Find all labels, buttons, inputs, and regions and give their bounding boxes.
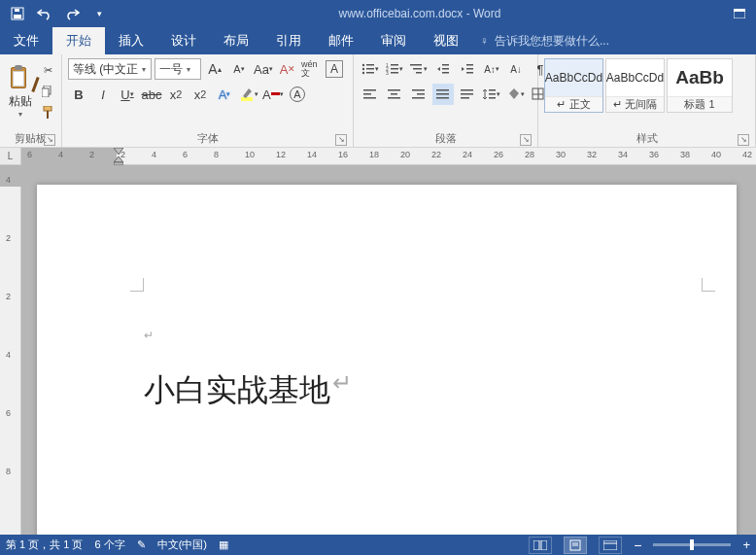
grow-font-icon[interactable]: A▴ bbox=[204, 58, 225, 80]
tell-me[interactable]: ♀ 告诉我您想要做什么... bbox=[472, 27, 617, 54]
italic-icon[interactable]: I bbox=[92, 84, 114, 105]
workspace: 422468 ↵ 小白实战基地↵ bbox=[0, 165, 756, 535]
change-case-icon[interactable]: Aa▾ bbox=[253, 58, 274, 80]
svg-rect-21 bbox=[391, 72, 398, 74]
tab-references[interactable]: 引用 bbox=[262, 27, 315, 54]
tab-file[interactable]: 文件 bbox=[0, 27, 52, 54]
clear-format-icon[interactable]: A✕ bbox=[277, 58, 298, 80]
ruler-tick: 16 bbox=[338, 150, 348, 159]
zoom-in-icon[interactable]: + bbox=[742, 538, 750, 552]
highlight-icon[interactable]: ▾ bbox=[238, 84, 259, 105]
zoom-slider[interactable] bbox=[653, 543, 731, 546]
styles-launcher-icon[interactable]: ↘ bbox=[738, 134, 749, 146]
svg-point-12 bbox=[362, 68, 364, 70]
title-bar: ▾ www.officebai.com.docx - Word bbox=[0, 0, 756, 27]
increase-indent-icon[interactable] bbox=[457, 58, 478, 80]
tab-design[interactable]: 设计 bbox=[157, 27, 210, 54]
save-icon[interactable] bbox=[6, 2, 29, 25]
paragraph-mark: ↵ bbox=[332, 369, 352, 396]
ribbon-display-icon[interactable] bbox=[723, 0, 756, 27]
strikethrough-icon[interactable]: abc bbox=[141, 84, 162, 105]
sort-icon[interactable]: A↓ bbox=[505, 58, 527, 80]
status-proofing-icon[interactable]: ✎ bbox=[137, 538, 146, 551]
ruler-tick: 18 bbox=[369, 150, 379, 159]
status-macros-icon[interactable]: ▦ bbox=[219, 538, 228, 551]
font-size-combo[interactable]: 一号▾ bbox=[155, 58, 201, 80]
ruler-tick: 20 bbox=[400, 150, 410, 159]
svg-rect-24 bbox=[416, 72, 422, 74]
undo-icon[interactable] bbox=[33, 2, 56, 25]
underline-icon[interactable]: U▾ bbox=[117, 84, 138, 105]
phonetic-guide-icon[interactable]: wén文 bbox=[301, 58, 323, 80]
line-spacing-icon[interactable]: ▾ bbox=[481, 84, 502, 105]
group-clipboard: 粘贴 ▾ ✂ 剪贴板↘ bbox=[0, 54, 62, 147]
svg-rect-4 bbox=[734, 9, 745, 12]
bullets-icon[interactable]: ▾ bbox=[360, 58, 381, 80]
ruler-tick: 6 bbox=[27, 150, 32, 159]
paragraph-launcher-icon[interactable]: ↘ bbox=[520, 134, 532, 146]
enclose-char-icon[interactable]: A bbox=[287, 84, 308, 105]
tab-insert[interactable]: 插入 bbox=[105, 27, 157, 54]
margin-corner-tr bbox=[702, 278, 715, 292]
align-center-icon[interactable] bbox=[384, 84, 405, 105]
ruler-horizontal[interactable]: L 64224681012141618202224262830323436384… bbox=[0, 148, 756, 165]
asian-layout-icon[interactable]: A↕▾ bbox=[481, 58, 502, 80]
document-text[interactable]: 小白实战基地↵ bbox=[144, 369, 352, 412]
bold-icon[interactable]: B bbox=[68, 84, 89, 105]
svg-rect-17 bbox=[391, 64, 398, 66]
cut-icon[interactable]: ✂ bbox=[39, 60, 56, 80]
font-color-icon[interactable]: A▾ bbox=[262, 84, 284, 105]
style-heading1[interactable]: AaBb 标题 1 bbox=[667, 58, 733, 113]
clipboard-launcher-icon[interactable]: ↘ bbox=[44, 134, 55, 146]
superscript-icon[interactable]: x2 bbox=[189, 84, 211, 105]
ruler-tick: 38 bbox=[680, 150, 690, 159]
view-print-icon[interactable] bbox=[564, 537, 587, 554]
view-web-icon[interactable] bbox=[599, 537, 622, 554]
zoom-out-icon[interactable]: − bbox=[634, 538, 641, 553]
status-page[interactable]: 第 1 页，共 1 页 bbox=[6, 538, 83, 552]
ruler-tick: 22 bbox=[431, 150, 441, 159]
svg-rect-34 bbox=[388, 89, 400, 91]
multilevel-icon[interactable]: ▾ bbox=[408, 58, 430, 80]
tab-review[interactable]: 审阅 bbox=[367, 27, 420, 54]
ruler-tick: 8 bbox=[6, 467, 11, 476]
paste-icon bbox=[6, 64, 35, 91]
align-justify-icon[interactable] bbox=[432, 84, 454, 105]
redo-icon[interactable] bbox=[60, 2, 84, 25]
tab-selector-icon[interactable]: L bbox=[0, 148, 21, 164]
group-label-paragraph: 段落↘ bbox=[360, 131, 532, 147]
copy-icon[interactable] bbox=[39, 82, 56, 101]
paste-button[interactable]: 粘贴 ▾ bbox=[6, 56, 35, 126]
qat-customize-icon[interactable]: ▾ bbox=[87, 2, 111, 25]
style-nospacing[interactable]: AaBbCcDd ↵ 无间隔 bbox=[605, 58, 665, 113]
document-area[interactable]: ↵ 小白实战基地↵ bbox=[21, 165, 756, 535]
view-read-icon[interactable] bbox=[529, 537, 552, 554]
status-language[interactable]: 中文(中国) bbox=[157, 538, 207, 552]
tab-layout[interactable]: 布局 bbox=[210, 27, 262, 54]
window-title: www.officebai.com.docx - Word bbox=[117, 7, 723, 20]
numbering-icon[interactable]: 123▾ bbox=[384, 58, 405, 80]
style-normal[interactable]: AaBbCcDd ↵ 正文 bbox=[544, 58, 603, 113]
group-paragraph: ▾ 123▾ ▾ A↕▾ A↓ ¶ ▾ ▾ ▾ 段落↘ bbox=[354, 54, 538, 147]
shading-icon[interactable]: ▾ bbox=[505, 84, 527, 105]
tab-home[interactable]: 开始 bbox=[52, 27, 105, 54]
text-effects-icon[interactable]: A▾ bbox=[214, 84, 235, 105]
svg-rect-41 bbox=[436, 93, 449, 95]
shrink-font-icon[interactable]: A▾ bbox=[228, 58, 250, 80]
format-painter-icon[interactable] bbox=[39, 103, 56, 122]
font-name-combo[interactable]: 等线 (中文正▾ bbox=[68, 58, 152, 80]
ruler-tick: 26 bbox=[494, 150, 503, 159]
tab-mailings[interactable]: 邮件 bbox=[315, 27, 367, 54]
align-right-icon[interactable] bbox=[408, 84, 430, 105]
ruler-vertical[interactable]: 422468 bbox=[0, 165, 21, 535]
subscript-icon[interactable]: x2 bbox=[165, 84, 187, 105]
svg-rect-30 bbox=[466, 72, 473, 74]
decrease-indent-icon[interactable] bbox=[432, 58, 454, 80]
char-border-icon[interactable]: A bbox=[326, 60, 343, 78]
align-left-icon[interactable] bbox=[360, 84, 381, 105]
page[interactable]: ↵ 小白实战基地↵ bbox=[37, 185, 737, 535]
status-words[interactable]: 6 个字 bbox=[94, 538, 124, 552]
tab-view[interactable]: 视图 bbox=[420, 27, 472, 54]
align-distribute-icon[interactable] bbox=[457, 84, 478, 105]
font-launcher-icon[interactable]: ↘ bbox=[335, 134, 347, 146]
